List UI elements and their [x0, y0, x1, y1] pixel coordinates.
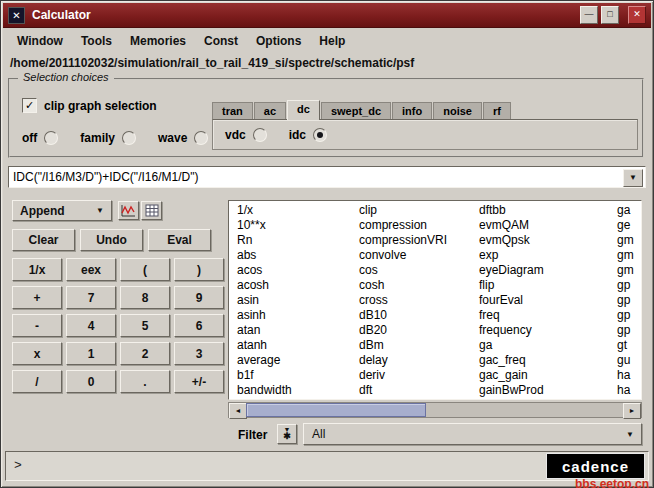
- function-item[interactable]: Rn: [231, 233, 353, 248]
- keypad-button[interactable]: x: [12, 342, 62, 365]
- function-item[interactable]: cross: [353, 293, 473, 308]
- clear-button[interactable]: Clear: [12, 229, 75, 251]
- menu-item-const[interactable]: Const: [195, 31, 247, 51]
- function-item[interactable]: evmQAM: [473, 218, 611, 233]
- function-item[interactable]: gm: [611, 233, 642, 248]
- function-item[interactable]: ha: [611, 368, 642, 383]
- menu-item-options[interactable]: Options: [247, 31, 310, 51]
- keypad-button[interactable]: -: [12, 314, 62, 337]
- keypad-button[interactable]: +/-: [174, 370, 224, 393]
- keypad-button[interactable]: +: [12, 286, 62, 309]
- append-dropdown[interactable]: Append ▼: [12, 200, 112, 221]
- function-item[interactable]: atan: [231, 323, 353, 338]
- show-table-button[interactable]: [141, 201, 162, 220]
- function-item[interactable]: cosh: [353, 278, 473, 293]
- function-item[interactable]: deriv: [353, 368, 473, 383]
- function-item[interactable]: gp: [611, 293, 642, 308]
- function-item[interactable]: gp: [611, 308, 642, 323]
- tab-ac[interactable]: ac: [254, 102, 286, 119]
- function-item[interactable]: dftbb: [473, 203, 611, 218]
- keypad-button[interactable]: 8: [120, 286, 170, 309]
- function-item[interactable]: gainBwProd: [473, 383, 611, 398]
- function-item[interactable]: exp: [473, 248, 611, 263]
- function-item[interactable]: frequency: [473, 323, 611, 338]
- keypad-button[interactable]: ): [174, 258, 224, 281]
- clip-graph-checkbox[interactable]: ✓: [22, 98, 37, 113]
- tab-info[interactable]: info: [392, 102, 432, 119]
- function-item[interactable]: acosh: [231, 278, 353, 293]
- function-item[interactable]: abs: [231, 248, 353, 263]
- keypad-button[interactable]: 1/x: [12, 258, 62, 281]
- function-item[interactable]: compressionVRI: [353, 233, 473, 248]
- close-button[interactable]: ✕: [628, 6, 646, 24]
- function-item[interactable]: ga: [473, 338, 611, 353]
- tab-tran[interactable]: tran: [212, 102, 253, 119]
- function-item[interactable]: delay: [353, 353, 473, 368]
- function-item[interactable]: average: [231, 353, 353, 368]
- function-item[interactable]: asin: [231, 293, 353, 308]
- tab-swept-dc[interactable]: swept_dc: [321, 102, 391, 119]
- expression-input[interactable]: [11, 168, 615, 186]
- menu-item-memories[interactable]: Memories: [121, 31, 195, 51]
- radio-wave[interactable]: [194, 131, 208, 145]
- radio-family[interactable]: [122, 131, 136, 145]
- menu-item-help[interactable]: Help: [310, 31, 354, 51]
- function-item[interactable]: eyeDiagram: [473, 263, 611, 278]
- tab-rf[interactable]: rf: [483, 102, 511, 119]
- keypad-button[interactable]: 4: [66, 314, 116, 337]
- filter-dropdown[interactable]: All ▼: [303, 423, 642, 445]
- keypad-button[interactable]: 9: [174, 286, 224, 309]
- keypad-button[interactable]: 7: [66, 286, 116, 309]
- eval-button[interactable]: Eval: [148, 229, 211, 251]
- function-item[interactable]: dB20: [353, 323, 473, 338]
- function-item[interactable]: acos: [231, 263, 353, 278]
- function-item[interactable]: 10**x: [231, 218, 353, 233]
- tab-noise[interactable]: noise: [433, 102, 482, 119]
- radio-off[interactable]: [44, 131, 58, 145]
- radio-vdc[interactable]: [253, 128, 267, 142]
- function-item[interactable]: ga: [611, 203, 642, 218]
- function-item[interactable]: gac_freq: [473, 353, 611, 368]
- function-list[interactable]: 1/x10**xRnabsacosacoshasinasinhatanatanh…: [228, 200, 642, 400]
- function-item[interactable]: dB10: [353, 308, 473, 323]
- keypad-button[interactable]: 0: [66, 370, 116, 393]
- keypad-button[interactable]: 5: [120, 314, 170, 337]
- keypad-button[interactable]: .: [120, 370, 170, 393]
- keypad-button[interactable]: eex: [66, 258, 116, 281]
- function-item[interactable]: gm: [611, 263, 642, 278]
- function-item[interactable]: gm: [611, 248, 642, 263]
- function-item[interactable]: gt: [611, 338, 642, 353]
- keypad-button[interactable]: 6: [174, 314, 224, 337]
- function-item[interactable]: cos: [353, 263, 473, 278]
- keypad-button[interactable]: /: [12, 370, 62, 393]
- scroll-left-button[interactable]: ◄: [229, 403, 247, 419]
- scroll-right-button[interactable]: ►: [623, 403, 641, 419]
- undo-button[interactable]: Undo: [80, 229, 143, 251]
- function-item[interactable]: gu: [611, 353, 642, 368]
- function-item[interactable]: flip: [473, 278, 611, 293]
- plot-waveform-button[interactable]: [118, 201, 139, 220]
- function-item[interactable]: evmQpsk: [473, 233, 611, 248]
- keypad-button[interactable]: (: [120, 258, 170, 281]
- function-item[interactable]: freq: [473, 308, 611, 323]
- keypad-button[interactable]: 1: [66, 342, 116, 365]
- menu-item-window[interactable]: Window: [8, 31, 72, 51]
- clip-graph-checkbox-row[interactable]: ✓ clip graph selection: [22, 98, 157, 113]
- function-item[interactable]: b1f: [231, 368, 353, 383]
- expression-dropdown-button[interactable]: ▼: [623, 169, 643, 187]
- function-item[interactable]: dBm: [353, 338, 473, 353]
- tab-dc[interactable]: dc: [287, 100, 320, 120]
- function-item[interactable]: gac_gain: [473, 368, 611, 383]
- scrollbar-thumb[interactable]: [246, 403, 426, 417]
- function-list-hscrollbar[interactable]: ◄ ►: [228, 402, 642, 418]
- function-item[interactable]: gp: [611, 278, 642, 293]
- maximize-button[interactable]: □: [601, 6, 619, 24]
- function-item[interactable]: dft: [353, 383, 473, 398]
- filter-options-button[interactable]: ▼ ✱: [277, 424, 297, 444]
- function-item[interactable]: 1/x: [231, 203, 353, 218]
- function-item[interactable]: compression: [353, 218, 473, 233]
- function-item[interactable]: ge: [611, 218, 642, 233]
- title-bar[interactable]: ✕ Calculator — □ ✕: [3, 3, 651, 28]
- function-item[interactable]: atanh: [231, 338, 353, 353]
- function-item[interactable]: fourEval: [473, 293, 611, 308]
